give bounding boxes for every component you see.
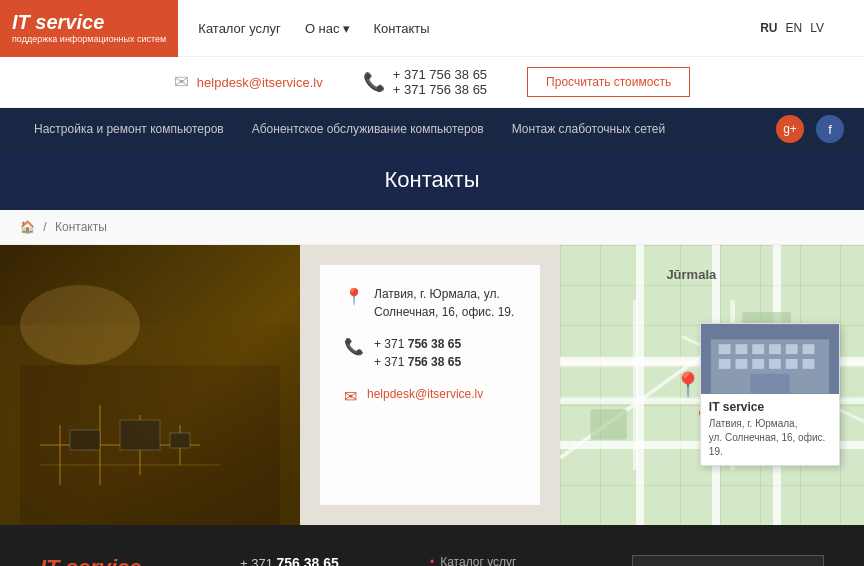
nav-support[interactable]: Абонентское обслуживание компьютеров bbox=[238, 108, 498, 150]
footer: IT service поддержка информационных сист… bbox=[0, 525, 864, 566]
map-popup: IT service Латвия, г. Юрмала,ул. Солнечн… bbox=[700, 323, 840, 466]
lang-lv[interactable]: LV bbox=[810, 21, 824, 35]
phone-contact-icon: 📞 bbox=[344, 337, 364, 356]
contact-phone1[interactable]: + 371 756 38 65 bbox=[374, 335, 461, 353]
svg-rect-24 bbox=[752, 345, 764, 355]
footer-logo-title: IT service bbox=[40, 555, 200, 566]
footer-menu: Каталог услуг О нас ▾ Контакты Политика … bbox=[430, 555, 592, 566]
phone-numbers: + 371 756 38 65 + 371 756 38 65 bbox=[393, 67, 487, 97]
contact-phone2[interactable]: + 371 756 38 65 bbox=[374, 353, 461, 371]
lang-ru[interactable]: RU bbox=[760, 21, 777, 35]
nav-about[interactable]: О нас ▾ bbox=[305, 21, 350, 36]
call-price-button[interactable]: Просчитать стоимость bbox=[527, 67, 690, 97]
lang-en[interactable]: EN bbox=[786, 21, 803, 35]
map-location-pin: 📍 bbox=[673, 371, 703, 399]
svg-rect-23 bbox=[735, 345, 747, 355]
svg-point-11 bbox=[20, 285, 140, 365]
logo-block[interactable]: IT service поддержка информационных сист… bbox=[0, 0, 178, 57]
svg-rect-26 bbox=[786, 345, 798, 355]
content-area: 📍 Латвия, г. Юрмала, ул. Солнечная, 16, … bbox=[0, 245, 864, 525]
footer-logo-service: service bbox=[66, 555, 142, 566]
logo-subtitle: поддержка информационных систем bbox=[12, 34, 166, 46]
map-pin-icon: 📍 bbox=[344, 287, 364, 306]
header-phone2[interactable]: + 371 756 38 65 bbox=[393, 82, 487, 97]
breadcrumb-sep: / bbox=[43, 220, 46, 234]
header-email[interactable]: helpdesk@itservice.lv bbox=[197, 75, 323, 90]
map-label-jurmala: Jūrmala bbox=[666, 267, 716, 282]
svg-rect-22 bbox=[719, 345, 731, 355]
footer-menu-catalog[interactable]: Каталог услуг bbox=[430, 555, 592, 566]
contact-panel: 📍 Латвия, г. Юрмала, ул. Солнечная, 16, … bbox=[320, 265, 540, 505]
main-nav: Настройка и ремонт компьютеров Абонентск… bbox=[0, 108, 864, 150]
map-area[interactable]: Jūrmala 📍 📍 bbox=[560, 245, 864, 525]
footer-newsletter: Подписаться на новости bbox=[632, 555, 824, 566]
map-background: Jūrmala 📍 📍 bbox=[560, 245, 864, 525]
contact-email[interactable]: helpdesk@itservice.lv bbox=[367, 385, 483, 403]
svg-rect-25 bbox=[769, 345, 781, 355]
footer-phones: + 371 756 38 65 + 371 756 38 65 + 371 75… bbox=[240, 555, 390, 566]
phone-icon: 📞 bbox=[363, 71, 385, 93]
contact-address: Латвия, г. Юрмала, ул. Солнечная, 16, оф… bbox=[374, 285, 516, 321]
svg-rect-32 bbox=[786, 359, 798, 369]
hero-banner: Контакты bbox=[0, 150, 864, 210]
page-title: Контакты bbox=[384, 167, 479, 193]
top-nav: Каталог услуг О нас ▾ Контакты RU EN LV bbox=[178, 21, 864, 36]
chevron-down-icon: ▾ bbox=[343, 21, 350, 36]
svg-rect-34 bbox=[750, 374, 789, 394]
map-popup-title: IT service bbox=[709, 400, 831, 414]
newsletter-email-input[interactable] bbox=[632, 555, 824, 566]
building-svg bbox=[701, 324, 839, 394]
svg-rect-9 bbox=[120, 420, 160, 450]
footer-logo-block: IT service поддержка информационных сист… bbox=[40, 555, 200, 566]
map-popup-content: IT service Латвия, г. Юрмала,ул. Солнечн… bbox=[701, 394, 839, 465]
header-phone1[interactable]: + 371 756 38 65 bbox=[393, 67, 487, 82]
phone-row: 📞 + 371 756 38 65 + 371 756 38 65 bbox=[344, 335, 516, 371]
footer-phone1[interactable]: + 371 756 38 65 bbox=[240, 555, 390, 566]
svg-rect-33 bbox=[802, 359, 814, 369]
envelope-icon: ✉ bbox=[174, 71, 189, 93]
lang-selector: RU EN LV bbox=[760, 21, 844, 35]
phone-contact-item: 📞 + 371 756 38 65 + 371 756 38 65 bbox=[363, 67, 487, 97]
nav-network[interactable]: Монтаж слаботочных сетей bbox=[498, 108, 679, 150]
svg-rect-30 bbox=[752, 359, 764, 369]
nav-repair[interactable]: Настройка и ремонт компьютеров bbox=[20, 108, 238, 150]
contacts-bar: ✉ helpdesk@itservice.lv 📞 + 371 756 38 6… bbox=[0, 57, 864, 108]
svg-rect-27 bbox=[802, 345, 814, 355]
logo-title: IT service bbox=[12, 11, 166, 34]
breadcrumb: 🏠 / Контакты bbox=[0, 210, 864, 245]
facebook-icon[interactable]: f bbox=[816, 115, 844, 143]
address-row: 📍 Латвия, г. Юрмала, ул. Солнечная, 16, … bbox=[344, 285, 516, 321]
email-contact-item: ✉ helpdesk@itservice.lv bbox=[174, 71, 323, 93]
svg-rect-19 bbox=[590, 409, 626, 439]
svg-rect-8 bbox=[70, 430, 100, 450]
footer-top: IT service поддержка информационных сист… bbox=[40, 555, 824, 566]
google-plus-icon[interactable]: g+ bbox=[776, 115, 804, 143]
svg-rect-29 bbox=[735, 359, 747, 369]
pcb-decoration bbox=[0, 245, 300, 525]
svg-rect-10 bbox=[170, 433, 190, 448]
map-popup-address: Латвия, г. Юрмала,ул. Солнечная, 16, офи… bbox=[709, 417, 831, 459]
email-row: ✉ helpdesk@itservice.lv bbox=[344, 385, 516, 406]
footer-logo-it: IT bbox=[40, 555, 66, 566]
social-nav-icons: g+ f bbox=[776, 115, 844, 143]
email-icon: ✉ bbox=[344, 387, 357, 406]
contact-phones: + 371 756 38 65 + 371 756 38 65 bbox=[374, 335, 461, 371]
top-header: IT service поддержка информационных сист… bbox=[0, 0, 864, 57]
breadcrumb-current: Контакты bbox=[55, 220, 107, 234]
left-photo bbox=[0, 245, 300, 525]
map-popup-image bbox=[701, 324, 839, 394]
breadcrumb-home[interactable]: 🏠 bbox=[20, 220, 35, 234]
nav-contacts[interactable]: Контакты bbox=[374, 21, 430, 36]
svg-rect-31 bbox=[769, 359, 781, 369]
nav-catalog[interactable]: Каталог услуг bbox=[198, 21, 281, 36]
svg-rect-28 bbox=[719, 359, 731, 369]
